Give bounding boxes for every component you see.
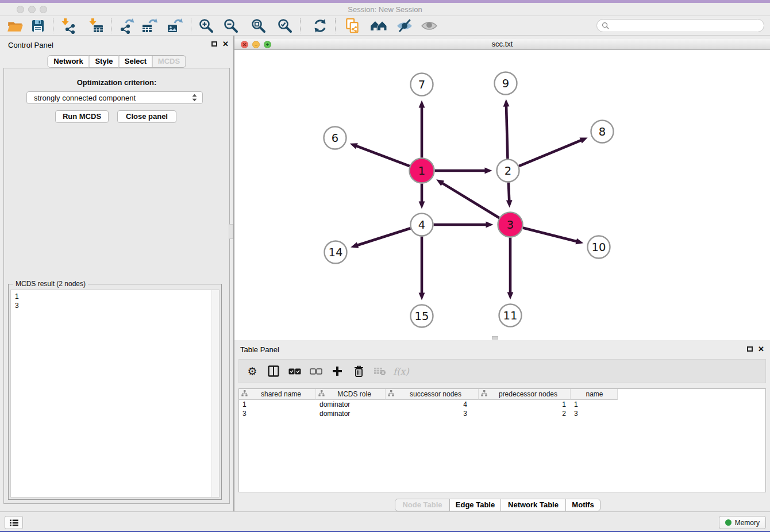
mcds-result-list: 13 xyxy=(11,290,211,497)
column-header-shared-name[interactable]: shared name xyxy=(239,389,316,400)
edge-2-3[interactable] xyxy=(509,182,509,201)
graph-node-label: 1 xyxy=(418,164,425,178)
splitter-handle[interactable] xyxy=(229,224,233,239)
run-mcds-button[interactable]: Run MCDS xyxy=(55,110,109,123)
graph-node-label: 15 xyxy=(415,310,429,323)
graph-node-label: 9 xyxy=(502,77,509,90)
mcds-result-title: MCDS result (2 nodes) xyxy=(13,280,88,288)
float-panel-icon[interactable] xyxy=(747,346,753,352)
tab-node-table[interactable]: Node Table xyxy=(395,499,450,511)
table-tabs: Node TableEdge TableNetwork TableMotifs xyxy=(395,499,600,511)
optimization-criterion-label: Optimization criterion: xyxy=(4,78,229,87)
result-item: 1 xyxy=(15,292,211,301)
column-layout-icon[interactable] xyxy=(265,363,282,380)
search-input[interactable] xyxy=(596,19,764,32)
add-column-icon[interactable] xyxy=(329,363,346,380)
edge-arrowhead xyxy=(351,242,359,248)
close-panel-icon[interactable]: ✕ xyxy=(758,346,764,352)
edge-arrowhead xyxy=(503,99,510,106)
tree-column-icon xyxy=(318,390,325,398)
task-history-button[interactable] xyxy=(5,516,23,529)
zoom-out-icon[interactable] xyxy=(220,17,242,34)
edge-2-8[interactable] xyxy=(519,140,582,166)
import-network-icon[interactable] xyxy=(57,17,80,34)
select-all-columns-icon[interactable] xyxy=(286,363,303,380)
control-panel-tabs: NetworkStyleSelectMCDS xyxy=(48,55,186,68)
memory-button[interactable]: Memory xyxy=(719,516,766,529)
export-image-icon[interactable] xyxy=(163,17,186,34)
table-toolbar: ⚙ f(x) xyxy=(238,359,766,383)
network-window-titlebar[interactable]: scc.txt ✕ – + xyxy=(234,39,770,50)
edge-3-10[interactable] xyxy=(523,228,578,242)
toolbar-separator xyxy=(300,18,301,33)
window-title: Session: New Session xyxy=(0,3,770,16)
column-header-name[interactable]: name xyxy=(571,389,618,400)
table-cell: 1 xyxy=(571,400,618,409)
tab-motifs[interactable]: Motifs xyxy=(565,499,600,511)
refresh-view-icon[interactable] xyxy=(309,17,332,34)
tab-select[interactable]: Select xyxy=(119,55,153,68)
column-header-MCDS-role[interactable]: MCDS role xyxy=(316,389,386,400)
application-window: Session: New Session xyxy=(0,0,770,532)
zoom-in-icon[interactable] xyxy=(195,17,218,34)
tab-edge-table[interactable]: Edge Table xyxy=(449,499,501,511)
edge-1-6[interactable] xyxy=(356,146,410,166)
tab-network-table[interactable]: Network Table xyxy=(500,499,566,511)
network-zoom-button[interactable]: + xyxy=(264,41,271,48)
import-table-icon[interactable] xyxy=(84,17,107,34)
save-session-icon[interactable] xyxy=(26,17,49,34)
export-network-icon[interactable] xyxy=(115,17,138,34)
os-titlebar: Session: New Session xyxy=(0,3,770,16)
function-builder-icon[interactable]: f(x) xyxy=(392,363,410,380)
column-header-successor-nodes[interactable]: successor nodes xyxy=(386,389,479,400)
network-canvas[interactable]: 1234678910111415 xyxy=(234,50,770,340)
column-header-predecessor-nodes[interactable]: predecessor nodes xyxy=(479,389,571,400)
close-panel-button[interactable]: Close panel xyxy=(117,110,176,123)
edge-arrowhead xyxy=(575,238,583,244)
graph-node-label: 10 xyxy=(592,241,606,254)
edge-3-1[interactable] xyxy=(442,183,499,218)
edge-arrowhead xyxy=(419,293,425,300)
tree-column-icon xyxy=(388,390,394,398)
network-minimize-button[interactable]: – xyxy=(252,41,260,48)
edge-arrowhead xyxy=(486,222,494,228)
open-session-icon[interactable] xyxy=(3,17,26,34)
table-panel-title: Table Panel xyxy=(240,345,279,354)
clone-network-icon[interactable] xyxy=(341,17,364,34)
tab-style[interactable]: Style xyxy=(89,55,120,68)
table-cell: 1 xyxy=(479,400,571,409)
toolbar-separator xyxy=(53,18,53,33)
graph-node-label: 7 xyxy=(418,78,425,91)
delete-column-icon[interactable] xyxy=(350,363,367,380)
show-graphics-details-icon[interactable] xyxy=(418,17,441,34)
edge-2-9[interactable] xyxy=(506,105,507,159)
list-icon xyxy=(9,519,19,527)
network-close-button[interactable]: ✕ xyxy=(241,41,248,48)
home-icon[interactable] xyxy=(367,17,390,34)
select-arrows-icon xyxy=(191,94,198,102)
hide-graphics-details-icon[interactable] xyxy=(393,17,416,34)
deselect-all-columns-icon[interactable] xyxy=(307,363,325,380)
graph-node-label: 8 xyxy=(599,125,606,138)
tab-mcds[interactable]: MCDS xyxy=(152,55,186,68)
zoom-fit-icon[interactable] xyxy=(247,17,270,34)
toolbar-separator xyxy=(191,18,191,33)
export-table-icon[interactable] xyxy=(138,17,161,34)
canvas-scrollbar-thumb[interactable] xyxy=(492,336,498,340)
criterion-select[interactable]: strongly connected component xyxy=(26,91,203,104)
memory-status-icon xyxy=(725,519,732,526)
result-scrollbar[interactable] xyxy=(211,290,219,497)
table-header-row: shared nameMCDS rolesuccessor nodesprede… xyxy=(239,389,765,400)
table-cell: 3 xyxy=(386,409,479,418)
table-row[interactable]: 3dominator323 xyxy=(239,409,765,418)
tab-network[interactable]: Network xyxy=(48,55,90,68)
delete-table-icon[interactable] xyxy=(371,363,388,380)
network-graph: 1234678910111415 xyxy=(234,50,770,340)
edge-arrowhead xyxy=(350,143,358,149)
edge-4-14[interactable] xyxy=(357,228,411,245)
zoom-selected-icon[interactable] xyxy=(274,17,297,34)
settings-icon[interactable]: ⚙ xyxy=(244,363,261,380)
table-row[interactable]: 1dominator411 xyxy=(239,400,765,409)
close-panel-icon[interactable]: ✕ xyxy=(222,41,229,47)
float-panel-icon[interactable] xyxy=(211,41,217,47)
